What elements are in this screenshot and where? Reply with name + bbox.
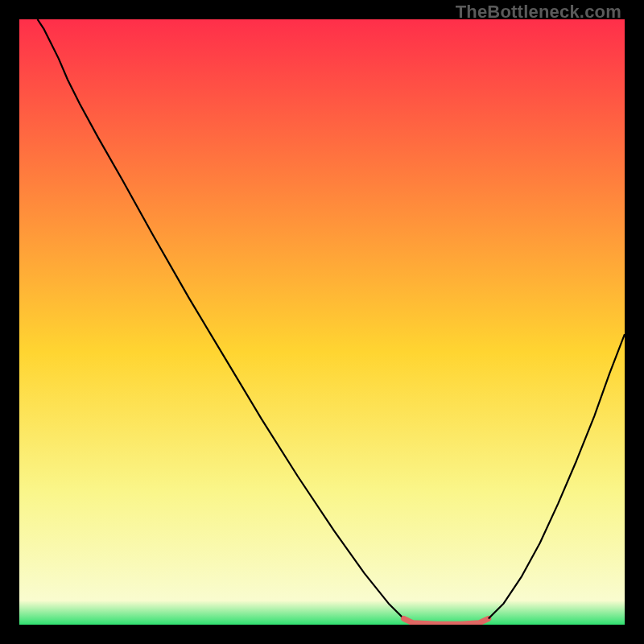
gradient-background <box>19 19 625 625</box>
chart-frame: TheBottleneck.com <box>0 0 644 644</box>
chart-svg <box>19 19 625 625</box>
watermark-text: TheBottleneck.com <box>456 2 621 23</box>
chart-plot-area <box>19 19 625 625</box>
